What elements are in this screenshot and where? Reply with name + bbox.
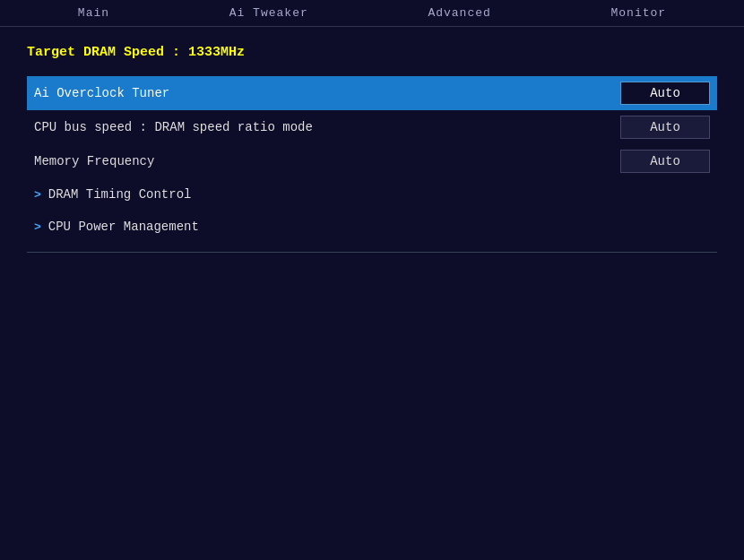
dram-speed-label: Target DRAM Speed : 1333MHz xyxy=(27,45,717,60)
settings-row-ai-overclock-tuner[interactable]: Ai Overclock TunerAuto xyxy=(27,76,717,110)
nav-item-main[interactable]: Main xyxy=(69,4,118,22)
nav-bar: MainAi TweakerAdvancedMonitor xyxy=(0,0,744,27)
submenu-row-cpu-power-management[interactable]: >CPU Power Management xyxy=(27,211,717,243)
settings-list: Ai Overclock TunerAutoCPU bus speed : DR… xyxy=(27,76,717,243)
nav-item-advanced[interactable]: Advanced xyxy=(419,4,499,22)
settings-value-memory-frequency[interactable]: Auto xyxy=(620,150,710,173)
bios-screen: MainAi TweakerAdvancedMonitor Target DRA… xyxy=(0,0,744,560)
settings-row-memory-frequency[interactable]: Memory FrequencyAuto xyxy=(27,144,717,178)
settings-value-ai-overclock-tuner[interactable]: Auto xyxy=(620,82,710,105)
settings-label-ai-overclock-tuner: Ai Overclock Tuner xyxy=(34,86,620,100)
main-content: Target DRAM Speed : 1333MHz Ai Overclock… xyxy=(0,27,744,312)
settings-label-cpu-bus-speed: CPU bus speed : DRAM speed ratio mode xyxy=(34,120,620,134)
nav-item-monitor[interactable]: Monitor xyxy=(602,4,676,22)
submenu-label-cpu-power-management: CPU Power Management xyxy=(48,220,710,234)
submenu-row-dram-timing-control[interactable]: >DRAM Timing Control xyxy=(27,178,717,211)
settings-value-cpu-bus-speed[interactable]: Auto xyxy=(620,116,710,139)
nav-item-ai-tweaker[interactable]: Ai Tweaker xyxy=(221,4,317,22)
section-divider xyxy=(27,252,717,253)
arrow-icon-cpu-power-management: > xyxy=(34,220,41,234)
bottom-area xyxy=(0,312,744,561)
submenu-label-dram-timing-control: DRAM Timing Control xyxy=(48,187,710,202)
arrow-icon-dram-timing-control: > xyxy=(34,188,41,202)
settings-row-cpu-bus-speed[interactable]: CPU bus speed : DRAM speed ratio modeAut… xyxy=(27,110,717,144)
settings-label-memory-frequency: Memory Frequency xyxy=(34,154,620,168)
